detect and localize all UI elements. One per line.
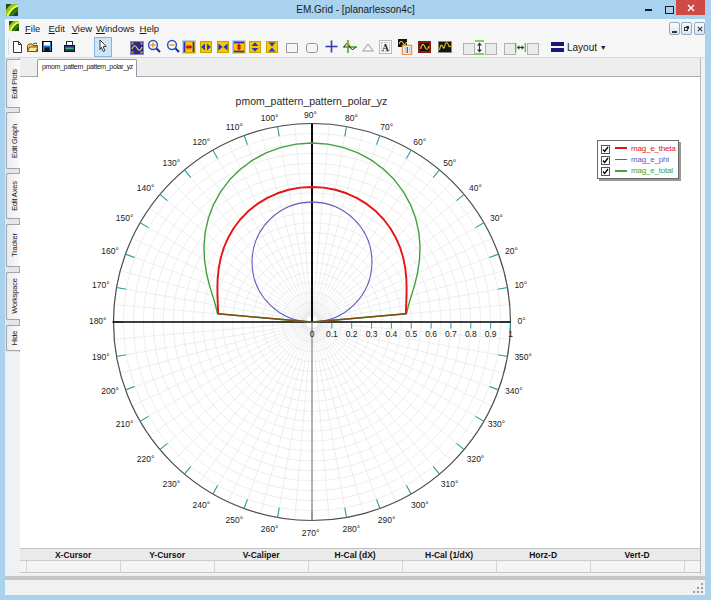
svg-text:240°: 240° xyxy=(192,500,210,510)
svg-text:0°: 0° xyxy=(518,316,526,326)
svg-text:330°: 330° xyxy=(488,419,506,429)
svg-text:120°: 120° xyxy=(192,137,210,147)
svg-text:160°: 160° xyxy=(101,246,119,256)
svg-text:130°: 130° xyxy=(163,158,181,168)
svg-text:20°: 20° xyxy=(505,246,518,256)
svg-text:0.6: 0.6 xyxy=(425,329,437,339)
svg-text:290°: 290° xyxy=(378,515,396,525)
svg-text:350°: 350° xyxy=(514,352,532,362)
svg-text:30°: 30° xyxy=(490,213,503,223)
svg-text:0: 0 xyxy=(310,329,315,339)
svg-text:0.5: 0.5 xyxy=(405,329,417,339)
svg-text:1: 1 xyxy=(508,329,513,339)
svg-text:40°: 40° xyxy=(469,183,482,193)
svg-text:150°: 150° xyxy=(116,213,134,223)
svg-text:300°: 300° xyxy=(411,500,429,510)
svg-text:0.8: 0.8 xyxy=(465,329,477,339)
svg-text:70°: 70° xyxy=(380,122,393,132)
svg-text:280°: 280° xyxy=(343,524,361,534)
svg-text:110°: 110° xyxy=(226,122,243,132)
svg-text:100°: 100° xyxy=(261,113,279,123)
svg-text:0.7: 0.7 xyxy=(445,329,457,339)
svg-text:60°: 60° xyxy=(413,137,426,147)
svg-text:50°: 50° xyxy=(443,158,456,168)
svg-text:340°: 340° xyxy=(505,386,523,396)
svg-text:180°: 180° xyxy=(89,316,107,326)
svg-text:0.4: 0.4 xyxy=(385,329,397,339)
svg-text:190°: 190° xyxy=(92,352,110,362)
svg-text:A: A xyxy=(382,43,389,53)
svg-text:310°: 310° xyxy=(441,479,459,489)
svg-text:80°: 80° xyxy=(345,113,358,123)
svg-text:270°: 270° xyxy=(302,528,320,538)
svg-text:320°: 320° xyxy=(467,454,485,464)
svg-text:250°: 250° xyxy=(226,515,244,525)
svg-text:0.3: 0.3 xyxy=(366,329,378,339)
svg-text:230°: 230° xyxy=(163,479,181,489)
svg-text:0.2: 0.2 xyxy=(346,329,358,339)
svg-text:140°: 140° xyxy=(137,183,155,193)
svg-text:0.1: 0.1 xyxy=(326,329,338,339)
svg-text:90°: 90° xyxy=(304,110,317,120)
svg-text:170°: 170° xyxy=(92,280,110,290)
svg-text:260°: 260° xyxy=(261,524,279,534)
svg-text:210°: 210° xyxy=(116,419,134,429)
svg-text:0.9: 0.9 xyxy=(485,329,497,339)
svg-text:220°: 220° xyxy=(137,454,155,464)
svg-text:10°: 10° xyxy=(514,280,527,290)
svg-text:200°: 200° xyxy=(101,386,119,396)
